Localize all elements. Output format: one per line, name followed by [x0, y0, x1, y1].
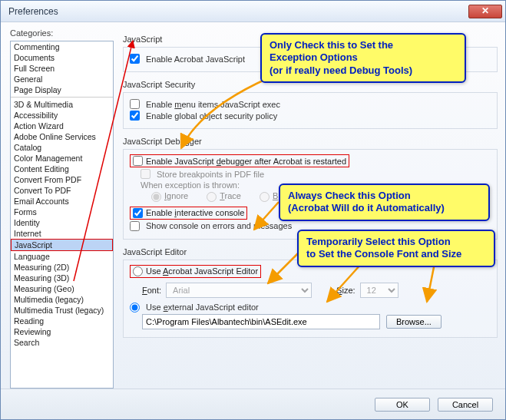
- category-item[interactable]: Internet: [11, 228, 113, 239]
- store-breakpoints-checkbox: Store breakpoints in PDF file: [141, 169, 491, 179]
- enable-global-security-checkbox[interactable]: Enable global object security policy: [130, 111, 491, 121]
- trace-radio: Trace: [207, 191, 241, 202]
- category-item[interactable]: Commenting: [11, 41, 113, 52]
- callout-always-check: Always Check this Option (Acrobat Will d…: [279, 184, 490, 221]
- categories-label: Categories:: [10, 28, 114, 38]
- ok-button[interactable]: OK: [375, 398, 430, 412]
- category-item[interactable]: Action Wizard: [11, 121, 113, 131]
- category-item[interactable]: Convert From PDF: [11, 174, 113, 185]
- category-item[interactable]: Email Accounts: [11, 196, 113, 207]
- category-item[interactable]: Reading: [11, 316, 113, 326]
- use-external-editor-radio[interactable]: Use external JavaScript editor: [130, 303, 491, 313]
- category-item[interactable]: 3D & Multimedia: [11, 99, 113, 110]
- category-item[interactable]: General: [11, 74, 113, 84]
- use-acrobat-editor-radio[interactable]: Use Acrobat JavaScript Editor: [130, 265, 261, 278]
- editor-path-input[interactable]: [142, 314, 380, 329]
- category-item[interactable]: Color Management: [11, 153, 113, 164]
- browse-button[interactable]: Browse...: [386, 315, 442, 329]
- category-item[interactable]: Language: [11, 251, 113, 262]
- category-item[interactable]: JavaScript: [11, 239, 113, 251]
- size-label: Size:: [336, 286, 355, 295]
- category-item[interactable]: Multimedia (legacy): [11, 294, 113, 305]
- category-item[interactable]: Full Screen: [11, 63, 113, 74]
- font-select: Arial: [166, 283, 312, 298]
- enable-menu-items-checkbox[interactable]: Enable menu items JavaScript exec: [130, 99, 491, 109]
- category-item[interactable]: Adobe Online Services: [11, 131, 113, 142]
- category-item[interactable]: Convert To PDF: [11, 185, 113, 196]
- category-item[interactable]: Multimedia Trust (legacy): [11, 305, 113, 316]
- font-label: Font:: [142, 286, 161, 295]
- category-item[interactable]: Catalog: [11, 142, 113, 153]
- callout-temporarily-select: Temporarily Select this Option to Set th…: [297, 230, 495, 267]
- js-debugger-heading: JavaScript Debugger: [123, 137, 498, 146]
- category-item[interactable]: Content Editing: [11, 164, 113, 174]
- category-item[interactable]: Identity: [11, 217, 113, 228]
- category-item[interactable]: Measuring (3D): [11, 273, 113, 283]
- window-title: Preferences: [8, 6, 468, 17]
- categories-listbox[interactable]: CommentingDocumentsFull ScreenGeneralPag…: [10, 41, 114, 389]
- category-item[interactable]: Documents: [11, 52, 113, 63]
- category-item[interactable]: Measuring (Geo): [11, 283, 113, 294]
- titlebar: Preferences ✕: [1, 1, 505, 22]
- category-item[interactable]: Reviewing: [11, 326, 113, 337]
- close-icon[interactable]: ✕: [468, 5, 502, 18]
- size-select: 12: [360, 283, 399, 298]
- category-item[interactable]: Accessibility: [11, 110, 113, 121]
- enable-interactive-console-checkbox[interactable]: Enable interactive console: [130, 207, 247, 220]
- preferences-dialog: Preferences ✕ Categories: CommentingDocu…: [0, 0, 506, 420]
- callout-exception-options: Only Check this to Set the Exception Opt…: [260, 33, 466, 83]
- category-item[interactable]: Measuring (2D): [11, 262, 113, 273]
- ignore-radio: Ignore: [151, 191, 188, 202]
- category-item[interactable]: Page Display: [11, 84, 113, 95]
- cancel-button[interactable]: Cancel: [438, 398, 493, 412]
- category-item[interactable]: Forms: [11, 207, 113, 217]
- category-item[interactable]: Search: [11, 337, 113, 348]
- enable-debugger-checkbox[interactable]: Enable JavaScript debugger after Acrobat…: [130, 154, 349, 167]
